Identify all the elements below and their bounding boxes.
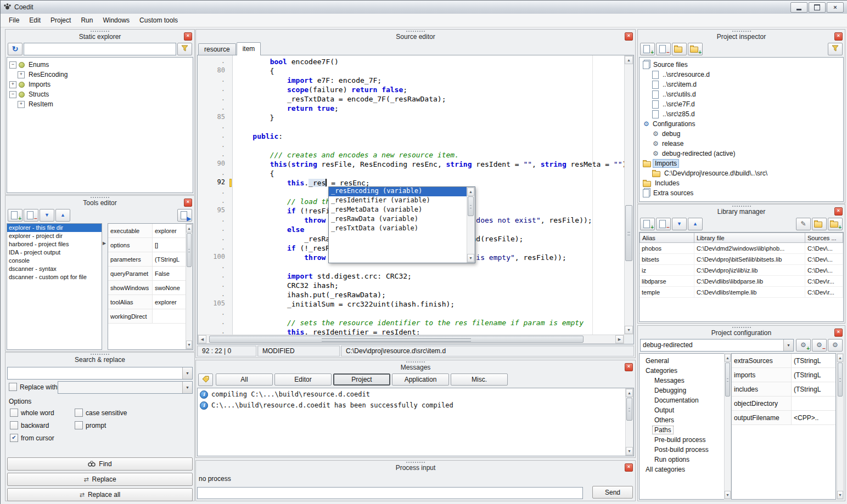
scroll-thumb[interactable] bbox=[468, 196, 474, 216]
find-button[interactable]: Find bbox=[7, 457, 193, 471]
add-library-button[interactable]: + bbox=[640, 218, 655, 230]
completion-item[interactable]: _resIdentifier (variable) bbox=[329, 196, 467, 206]
checkbox-icon[interactable] bbox=[9, 383, 17, 391]
tool-list-item[interactable]: explorer - project dir bbox=[7, 232, 102, 240]
remove-tool-button[interactable]: − bbox=[24, 209, 38, 222]
column-header[interactable]: Alias bbox=[640, 233, 694, 243]
remove-library-button[interactable]: − bbox=[656, 218, 671, 230]
search-input[interactable] bbox=[8, 370, 182, 377]
drag-grip-icon[interactable] bbox=[91, 354, 109, 355]
expander-icon[interactable]: − bbox=[9, 61, 16, 69]
filter-button[interactable] bbox=[177, 43, 192, 55]
table-row[interactable]: phobosC:\Dev\dmd2\windows\lib\phob...C:\… bbox=[640, 243, 843, 254]
tool-list-item[interactable]: console bbox=[7, 257, 102, 265]
filter-misc[interactable]: Misc. bbox=[451, 373, 508, 386]
tree-item[interactable]: Includes bbox=[640, 178, 843, 188]
edit-library-button[interactable]: ✎ bbox=[796, 218, 811, 230]
tool-list-item[interactable]: dscanner - custom opt for file bbox=[7, 273, 102, 281]
search-combobox[interactable]: ▼ bbox=[7, 367, 193, 380]
code-editor[interactable]: .80....85....90.92..95....100....105... … bbox=[197, 55, 634, 344]
process-input-field[interactable] bbox=[197, 487, 583, 499]
completion-item[interactable]: _resMetaData (variable) bbox=[329, 206, 467, 215]
add-library-folder-button[interactable]: + bbox=[828, 218, 843, 230]
scroll-arrow-icon[interactable]: ▼ bbox=[625, 326, 633, 334]
title-bar[interactable]: Coedit × bbox=[1, 1, 847, 14]
drag-grip-icon[interactable] bbox=[732, 31, 751, 32]
move-library-up-button[interactable]: ▲ bbox=[688, 218, 703, 230]
minimize-button[interactable] bbox=[790, 2, 807, 13]
close-panel-button[interactable]: × bbox=[834, 32, 843, 41]
categories-scrollbar[interactable]: ▲▼ bbox=[724, 353, 731, 500]
table-row[interactable]: templeC:\Dev\dlibs\temple.libC:\Dev\r... bbox=[640, 287, 843, 298]
scroll-arrow-icon[interactable]: ▼ bbox=[725, 491, 731, 499]
symbol-search-input[interactable] bbox=[24, 43, 176, 55]
option-checkbox[interactable]: case sensitive bbox=[75, 406, 139, 419]
completion-item[interactable]: _resTxtData (variable) bbox=[329, 224, 467, 234]
table-row[interactable]: izC:\Dev\dproj\iz\lib\iz.libC:\Dev\... bbox=[640, 265, 843, 276]
scroll-arrow-icon[interactable]: ▲ bbox=[725, 354, 731, 362]
column-header[interactable]: Sources ... bbox=[805, 233, 843, 243]
scroll-arrow-icon[interactable]: ▲ bbox=[626, 389, 633, 397]
drag-grip-icon[interactable] bbox=[91, 197, 109, 198]
move-tool-up-button[interactable]: ▲ bbox=[55, 209, 70, 222]
tree-item[interactable]: Run options bbox=[640, 455, 724, 465]
tree-item[interactable]: ..\src\resource.d bbox=[640, 70, 843, 80]
tree-item[interactable]: Documentation bbox=[640, 395, 724, 405]
tab-item[interactable]: item bbox=[237, 42, 261, 55]
property-value[interactable]: (TStringL bbox=[792, 386, 835, 393]
close-panel-button[interactable]: × bbox=[834, 329, 843, 337]
scroll-thumb[interactable] bbox=[209, 336, 584, 343]
tree-item[interactable]: Others bbox=[640, 415, 724, 425]
table-row[interactable]: bitsetsC:\Dev\dproj\bitSet\lib\bitsets.l… bbox=[640, 254, 843, 265]
scroll-arrow-icon[interactable]: ▲ bbox=[467, 188, 474, 196]
table-row[interactable]: libdparseC:\Dev\dlibs\libdparse.libC:\De… bbox=[640, 276, 843, 287]
panel-header[interactable]: Messages × bbox=[196, 360, 635, 372]
dropdown-icon[interactable]: ▼ bbox=[182, 382, 192, 393]
option-checkbox[interactable]: backward bbox=[10, 419, 75, 432]
properties-scrollbar[interactable]: ▲▼ bbox=[186, 224, 193, 349]
drag-grip-icon[interactable] bbox=[406, 31, 425, 32]
close-panel-button[interactable]: × bbox=[625, 463, 633, 472]
drag-grip-icon[interactable] bbox=[406, 462, 425, 463]
scroll-arrow-icon[interactable]: ▼ bbox=[186, 341, 192, 349]
close-panel-button[interactable]: × bbox=[625, 363, 633, 371]
move-library-down-button[interactable]: ▼ bbox=[672, 218, 687, 230]
drag-grip-icon[interactable] bbox=[406, 361, 425, 363]
panel-header[interactable]: Library manager × bbox=[638, 205, 845, 217]
tree-item[interactable]: +ResEncoding bbox=[7, 70, 193, 80]
tree-item[interactable]: −Enums bbox=[7, 60, 193, 70]
scroll-arrow-icon[interactable]: ▶ bbox=[615, 335, 624, 343]
menu-item-edit[interactable]: Edit bbox=[24, 14, 46, 26]
option-checkbox[interactable]: whole word bbox=[10, 406, 75, 419]
expander-icon[interactable]: + bbox=[18, 71, 25, 78]
panel-header[interactable]: Source editor × bbox=[196, 30, 635, 42]
tool-list-item[interactable]: IDA - project output bbox=[7, 248, 102, 257]
filter-editor[interactable]: Editor bbox=[274, 373, 332, 386]
panel-header[interactable]: Tools editor × bbox=[5, 196, 194, 208]
close-panel-button[interactable]: × bbox=[184, 32, 192, 41]
tree-item[interactable]: Imports bbox=[640, 158, 843, 168]
menu-item-project[interactable]: Project bbox=[46, 14, 76, 26]
property-value[interactable]: explorer bbox=[153, 299, 186, 305]
replace-all-button[interactable]: ⇄ Replace all bbox=[7, 488, 193, 501]
tree-item[interactable]: Paths bbox=[640, 425, 724, 435]
tools-splitter[interactable]: ▶ bbox=[101, 223, 108, 350]
tree-item[interactable]: Messages bbox=[640, 376, 724, 386]
expander-icon[interactable]: − bbox=[9, 91, 16, 98]
column-header[interactable]: Library file bbox=[694, 233, 805, 243]
panel-header[interactable]: Static explorer × bbox=[5, 30, 194, 42]
property-value[interactable]: (TStringL bbox=[153, 256, 186, 263]
tool-list-item[interactable]: harbored - project files bbox=[7, 240, 102, 248]
open-folder-button[interactable] bbox=[672, 43, 687, 55]
tree-item[interactable]: Source files bbox=[640, 60, 843, 70]
tree-item[interactable]: Debugging bbox=[640, 386, 724, 395]
configuration-grid-scrollbar[interactable]: ▲▼ bbox=[837, 353, 844, 500]
menu-item-windows[interactable]: Windows bbox=[98, 14, 134, 26]
dropdown-icon[interactable]: ▼ bbox=[783, 339, 793, 351]
filter-application[interactable]: Application bbox=[392, 373, 449, 386]
filter-button[interactable] bbox=[828, 43, 843, 55]
tree-item[interactable]: ⚙Configurations bbox=[640, 119, 843, 129]
open-library-folder-button[interactable] bbox=[812, 218, 827, 230]
tree-item[interactable]: +ResItem bbox=[7, 99, 193, 109]
drag-grip-icon[interactable] bbox=[732, 327, 751, 328]
